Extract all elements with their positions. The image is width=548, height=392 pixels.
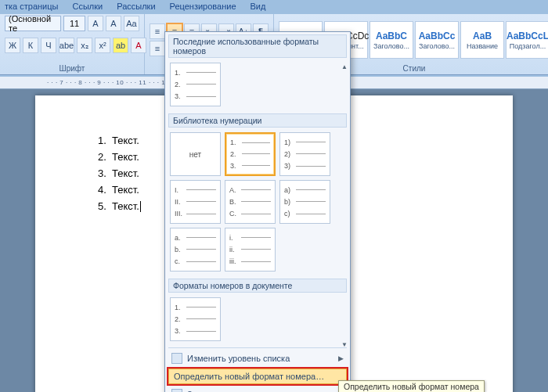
tab-links[interactable]: Ссылки [72, 2, 103, 11]
panel-scroll[interactable]: ▲▼ [341, 63, 348, 348]
align-left-icon[interactable]: ≡ [150, 41, 165, 56]
recent-formats-title: Последние использованные форматы номеров [168, 34, 347, 58]
define-new-format-item[interactable]: Определить новый формат номера… [168, 369, 347, 384]
bold-icon[interactable]: Ж [5, 38, 20, 53]
chevron-right-icon: ▶ [338, 354, 344, 362]
style-title[interactable]: АаВНазвание [460, 21, 504, 59]
thumb-1dot[interactable]: 1. 2. 3. [225, 132, 276, 176]
strike-icon[interactable]: abe [59, 38, 74, 53]
numbering-dropdown: Последние использованные форматы номеров… [164, 31, 351, 392]
thumb-alpha-upper[interactable]: A. B. C. [225, 180, 276, 224]
underline-icon[interactable]: Ч [41, 38, 56, 53]
doc-formats-title: Форматы номеров в документе [168, 279, 347, 293]
doc-thumb[interactable]: 1. 2. 3. [170, 297, 221, 341]
change-level-item[interactable]: Изменить уровень списка ▶ [165, 350, 350, 367]
grow-font-icon[interactable]: A [88, 16, 103, 31]
scroll-up-icon[interactable]: ▲ [341, 63, 348, 70]
thumb-1paren[interactable]: 1) 2) 3) [279, 132, 330, 176]
clear-format-icon[interactable]: Aa [124, 16, 139, 31]
bullet-list-icon[interactable]: ≡ [150, 23, 165, 39]
italic-icon[interactable]: К [23, 38, 38, 53]
font-name-combo[interactable]: (Основной те [5, 16, 61, 31]
subscript-icon[interactable]: x₂ [77, 38, 92, 53]
thumb-roman-upper[interactable]: I. II. III. [170, 180, 221, 224]
tab-mail[interactable]: Рассылки [117, 2, 155, 11]
superscript-icon[interactable]: x² [95, 38, 110, 53]
ribbon-tabs: тка страницы Ссылки Рассылки Рецензирова… [0, 0, 548, 14]
style-subtitle[interactable]: AaBbCcLПодзагол... [506, 21, 548, 59]
shrink-font-icon[interactable]: A [106, 16, 121, 31]
text-cursor [140, 201, 141, 212]
thumb-none[interactable]: нет [170, 132, 221, 176]
font-group: (Основной те 11 A A Aa Ж К Ч abe x₂ x² a… [0, 14, 145, 74]
tab-page-layout[interactable]: тка страницы [5, 2, 58, 11]
thumb-alpha-lower-paren[interactable]: a) b) c) [279, 180, 330, 224]
scroll-down-icon[interactable]: ▼ [341, 341, 348, 348]
tab-view[interactable]: Вид [251, 2, 266, 11]
library-title: Библиотека нумерации [168, 113, 347, 128]
font-color-icon[interactable]: A [131, 38, 146, 53]
highlight-icon[interactable]: ab [113, 38, 128, 53]
recent-thumb[interactable]: 1. 2. 3. [170, 63, 221, 106]
font-size-combo[interactable]: 11 [63, 16, 85, 31]
change-level-icon [171, 353, 182, 364]
font-group-title: Шрифт [5, 64, 139, 74]
thumb-roman-lower[interactable]: i. ii. iii. [225, 228, 276, 272]
set-initial-value-item[interactable]: Задать начальное значение… [165, 386, 350, 392]
tooltip: Определить новый формат номера [338, 380, 485, 392]
style-heading1[interactable]: AaBbCЗаголово... [370, 21, 413, 59]
set-initial-icon [171, 389, 182, 392]
tab-review[interactable]: Рецензирование [170, 2, 236, 11]
thumb-alpha-lower-dot[interactable]: a. b. c. [170, 228, 221, 272]
style-heading2[interactable]: AaBbCcЗаголово... [415, 21, 459, 59]
